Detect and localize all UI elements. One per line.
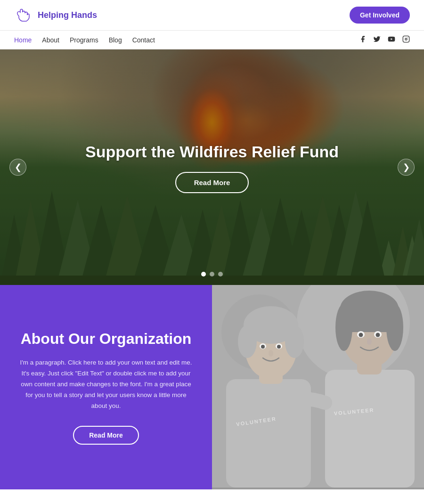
- logo-area: Helping Hands: [14, 6, 97, 24]
- nav-bar: Home About Programs Blog Contact: [0, 31, 424, 49]
- slider-dot-2[interactable]: [210, 272, 214, 276]
- about-read-more-button[interactable]: Read More: [73, 426, 139, 445]
- logo-icon: [14, 6, 33, 24]
- hero-read-more-button[interactable]: Read More: [175, 172, 249, 193]
- about-text: I'm a paragraph. Click here to add your …: [19, 358, 193, 412]
- slider-dot-3[interactable]: [218, 272, 223, 276]
- slider-dots: [201, 272, 223, 276]
- volunteer-image: VOLUNTEER VOLUNTEER: [212, 285, 424, 488]
- slider-arrow-left[interactable]: ❮: [9, 159, 26, 176]
- twitter-icon[interactable]: [373, 35, 381, 44]
- slider-arrow-right[interactable]: ❯: [398, 159, 415, 176]
- about-left-panel: About Our Organization I'm a paragraph. …: [0, 285, 212, 489]
- header-top: Helping Hands Get Involved: [0, 0, 424, 31]
- logo-text: Helping Hands: [38, 10, 97, 20]
- about-title: About Our Organization: [21, 330, 192, 348]
- svg-point-5: [405, 38, 407, 40]
- youtube-icon[interactable]: [387, 35, 396, 44]
- svg-point-6: [408, 37, 408, 38]
- nav-links: Home About Programs Blog Contact: [14, 36, 155, 44]
- get-involved-button[interactable]: Get Involved: [350, 7, 410, 24]
- nav-item-contact[interactable]: Contact: [132, 36, 155, 44]
- nav-item-blog[interactable]: Blog: [109, 36, 122, 44]
- social-icons: [359, 35, 410, 44]
- instagram-icon[interactable]: [402, 35, 410, 44]
- about-section: About Our Organization I'm a paragraph. …: [0, 285, 424, 489]
- hero-slider: Support the Wildfires Relief Fund Read M…: [0, 49, 424, 285]
- nav-item-programs[interactable]: Programs: [70, 36, 98, 44]
- hero-title: Support the Wildfires Relief Fund: [85, 141, 339, 162]
- facebook-icon[interactable]: [359, 35, 367, 44]
- svg-rect-4: [403, 36, 409, 42]
- slider-dot-1[interactable]: [201, 272, 206, 276]
- nav-item-about[interactable]: About: [42, 36, 59, 44]
- nav-item-home[interactable]: Home: [14, 36, 32, 44]
- about-right-panel: VOLUNTEER VOLUNTEER: [212, 285, 424, 489]
- hero-content: Support the Wildfires Relief Fund Read M…: [0, 49, 424, 285]
- svg-rect-60: [212, 285, 424, 488]
